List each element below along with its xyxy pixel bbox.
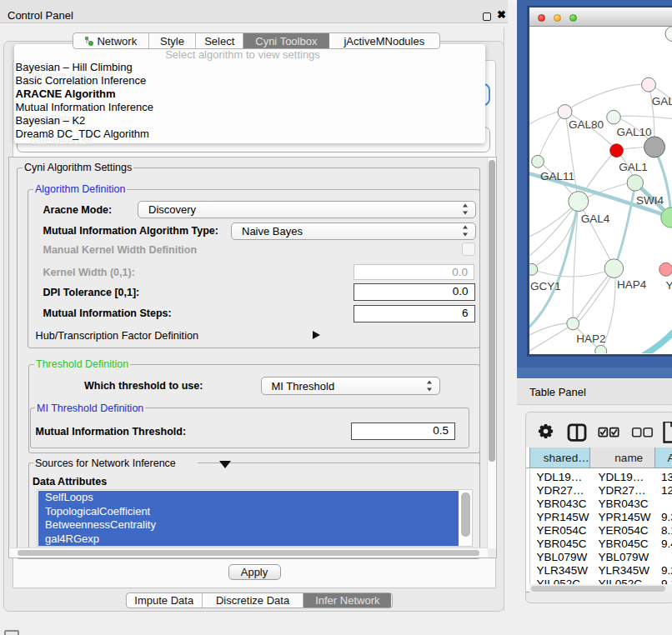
svg-text:GAL2: GAL2	[651, 94, 672, 107]
svg-text:HAP2: HAP2	[576, 332, 605, 345]
svg-text:YEL047C: YEL047C	[665, 279, 672, 292]
svg-text:SWI4: SWI4	[636, 194, 664, 207]
svg-text:GAL80: GAL80	[568, 118, 603, 130]
svg-text:HAP4: HAP4	[617, 278, 647, 291]
svg-text:GAL11: GAL11	[539, 169, 574, 182]
svg-text:GAL10: GAL10	[616, 126, 651, 138]
svg-text:GAL4: GAL4	[580, 212, 609, 224]
svg-text:GCY1: GCY1	[530, 279, 561, 292]
svg-text:GAL1: GAL1	[619, 160, 648, 172]
